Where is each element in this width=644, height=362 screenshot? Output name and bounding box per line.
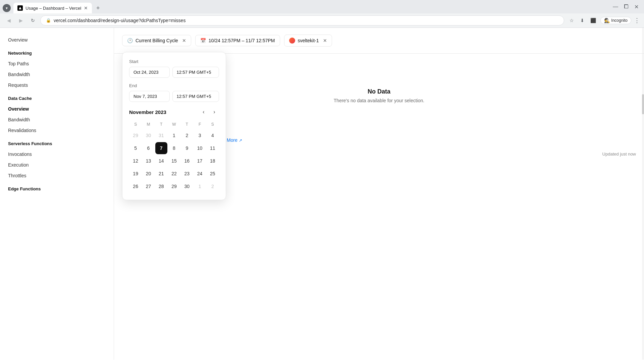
calendar-next-button[interactable]: › <box>210 107 219 117</box>
scrollbar-thumb[interactable] <box>642 94 644 114</box>
calendar-day[interactable]: 26 <box>129 180 142 192</box>
new-tab-button[interactable]: + <box>93 3 103 13</box>
calendar-day[interactable]: 30 <box>181 180 193 192</box>
clock-icon: 🕐 <box>127 38 133 43</box>
calendar-day[interactable]: 21 <box>155 168 167 180</box>
calendar-day[interactable]: 29 <box>129 129 142 141</box>
reload-button[interactable]: ↻ <box>28 16 38 25</box>
calendar-day[interactable]: 24 <box>194 168 206 180</box>
browser-chrome: ▼ Usage – Dashboard – Vercel ✕ + — ⧠ ✕ ◀… <box>0 0 644 28</box>
sidebar-item-data-cache-overview[interactable]: Overview <box>0 104 114 114</box>
date-range-label: 10/24 12:57PM – 11/7 12:57PM <box>209 38 275 43</box>
app-layout: Overview Networking Top Paths Bandwidth … <box>0 28 644 360</box>
sidebar-section-networking: Networking <box>0 45 114 58</box>
bookmark-button[interactable]: ☆ <box>567 16 576 25</box>
updated-label: Updated just now <box>602 152 636 157</box>
calendar-day[interactable]: 13 <box>142 155 154 167</box>
calendar-day[interactable]: 1 <box>194 180 206 192</box>
calendar-day[interactable]: 30 <box>142 129 154 141</box>
sidebar-item-label: Throttles <box>8 173 26 178</box>
download-button[interactable]: ⬇ <box>578 16 587 25</box>
sidebar-item-revalidations[interactable]: Revalidations <box>0 125 114 136</box>
sidebar-item-label: Top Paths <box>8 61 29 66</box>
calendar-day[interactable]: 22 <box>168 168 180 180</box>
calendar-day[interactable]: 12 <box>129 155 142 167</box>
calendar-day[interactable]: 27 <box>142 180 154 192</box>
start-section: Start Oct 24, 2023 12:57 PM GMT+5 <box>129 59 219 78</box>
calendar-day[interactable]: 31 <box>155 129 167 141</box>
calendar-day[interactable]: 28 <box>155 180 167 192</box>
sidebar-section-serverless: Serverless Functions <box>0 136 114 149</box>
project-chip[interactable]: sveltekit-1 ✕ <box>284 35 332 47</box>
end-section: End Nov 7, 2023 12:57 PM GMT+5 <box>129 83 219 102</box>
calendar-day[interactable]: 10 <box>194 142 206 154</box>
lock-icon: 🔒 <box>46 18 51 23</box>
close-window-button[interactable]: ✕ <box>634 4 639 10</box>
start-time-input[interactable]: 12:57 PM GMT+5 <box>172 67 219 78</box>
calendar-day[interactable]: 2 <box>181 129 193 141</box>
more-options-button[interactable]: ⋮ <box>634 17 640 24</box>
calendar-day[interactable]: 14 <box>155 155 167 167</box>
sidebar-item-top-paths[interactable]: Top Paths <box>0 58 114 69</box>
browser-actions: ☆ ⬇ ⬛ <box>567 16 598 25</box>
calendar-day[interactable]: 18 <box>207 155 219 167</box>
sidebar-item-overview[interactable]: Overview <box>0 35 114 45</box>
end-time-input[interactable]: 12:57 PM GMT+5 <box>172 91 219 102</box>
start-inputs: Oct 24, 2023 12:57 PM GMT+5 <box>129 67 219 78</box>
calendar-day[interactable]: 15 <box>168 155 180 167</box>
billing-cycle-chip[interactable]: 🕐 Current Billing Cycle ✕ <box>122 35 191 46</box>
back-button[interactable]: ◀ <box>4 16 13 25</box>
tab-favicon <box>17 5 23 11</box>
calendar-week-1: 29 30 31 1 2 3 4 <box>129 129 219 141</box>
calendar-day[interactable]: 1 <box>168 129 180 141</box>
calendar-day[interactable]: 2 <box>207 180 219 192</box>
svg-marker-0 <box>19 7 21 9</box>
calendar-day[interactable]: 6 <box>142 142 154 154</box>
calendar-day-selected[interactable]: 7 <box>155 142 167 154</box>
sidebar-item-requests[interactable]: Requests <box>0 80 114 90</box>
date-range-chip[interactable]: 📅 10/24 12:57PM – 11/7 12:57PM <box>195 35 280 46</box>
calendar-prev-button[interactable]: ‹ <box>199 107 208 117</box>
url-bar[interactable]: 🔒 vercel.com/dashboard/redesign-ui/usage… <box>40 15 564 25</box>
browser-tab[interactable]: Usage – Dashboard – Vercel ✕ <box>13 3 92 13</box>
minimize-button[interactable]: — <box>613 4 618 10</box>
calendar-day[interactable]: 4 <box>207 129 219 141</box>
scrollbar[interactable] <box>642 28 644 360</box>
calendar-day[interactable]: 16 <box>181 155 193 167</box>
calendar-day[interactable]: 20 <box>142 168 154 180</box>
no-data-title: No Data <box>368 88 390 95</box>
url-text: vercel.com/dashboard/redesign-ui/usage?d… <box>54 18 185 23</box>
sidebar-item-bandwidth[interactable]: Bandwidth <box>0 69 114 80</box>
calendar-day[interactable]: 11 <box>207 142 219 154</box>
calendar-day[interactable]: 9 <box>181 142 193 154</box>
forward-button[interactable]: ▶ <box>16 16 25 25</box>
calendar-day[interactable]: 19 <box>129 168 142 180</box>
billing-cycle-close-icon[interactable]: ✕ <box>182 38 186 43</box>
project-close-icon[interactable]: ✕ <box>323 38 327 43</box>
calendar-day[interactable]: 8 <box>168 142 180 154</box>
window-controls: — ⧠ ✕ <box>610 4 641 13</box>
calendar-day[interactable]: 23 <box>181 168 193 180</box>
calendar-day[interactable]: 3 <box>194 129 206 141</box>
maximize-button[interactable]: ⧠ <box>624 4 629 10</box>
calendar-day[interactable]: 25 <box>207 168 219 180</box>
calendar-day[interactable]: 5 <box>129 142 142 154</box>
sidebar-item-invocations[interactable]: Invocations <box>0 149 114 160</box>
browser-menu-icon[interactable]: ▼ <box>3 4 11 12</box>
calendar-day[interactable]: 29 <box>168 180 180 192</box>
incognito-badge: 🕵 Incognito <box>600 17 631 24</box>
external-link-icon: ↗ <box>239 138 242 143</box>
start-date-input[interactable]: Oct 24, 2023 <box>129 67 170 78</box>
extension-button[interactable]: ⬛ <box>588 16 598 25</box>
calendar-day[interactable]: 17 <box>194 155 206 167</box>
no-data-subtitle: There's no data available for your selec… <box>334 98 424 103</box>
calendar-week-5: 26 27 28 29 30 1 2 <box>129 180 219 192</box>
sidebar-item-data-cache-bandwidth[interactable]: Bandwidth <box>0 114 114 125</box>
sidebar-item-label: Invocations <box>8 152 32 157</box>
end-date-input[interactable]: Nov 7, 2023 <box>129 91 170 102</box>
sidebar: Overview Networking Top Paths Bandwidth … <box>0 28 114 360</box>
sidebar-item-execution[interactable]: Execution <box>0 160 114 170</box>
close-tab-button[interactable]: ✕ <box>84 5 88 11</box>
sidebar-item-throttles[interactable]: Throttles <box>0 170 114 181</box>
calendar-days-of-week: S M T W T F S <box>129 121 219 128</box>
